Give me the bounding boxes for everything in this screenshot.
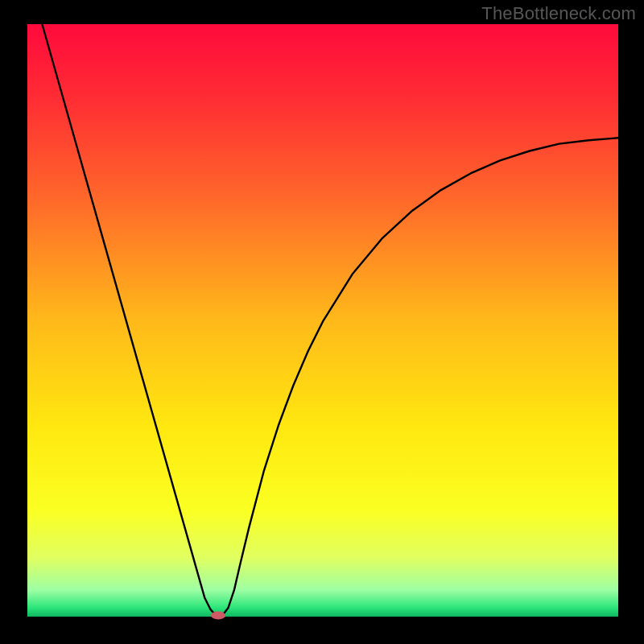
bottleneck-chart	[0, 0, 644, 644]
optimal-marker	[211, 612, 225, 620]
chart-outer-frame: TheBottleneck.com	[0, 0, 644, 644]
